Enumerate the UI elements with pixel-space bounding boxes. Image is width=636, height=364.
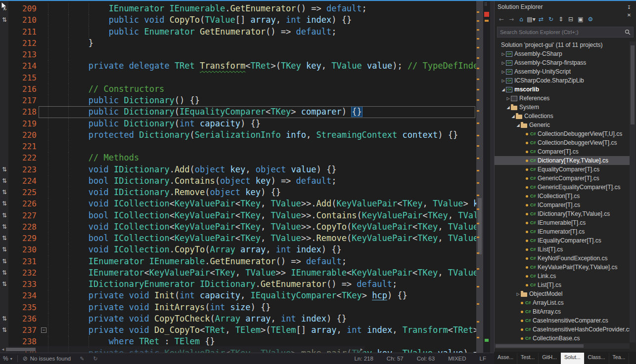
code-line[interactable]: 219public Dictionary(int capacity) {} [0, 118, 476, 129]
expand-arrow-icon[interactable]: ▷ [500, 61, 506, 65]
tool-window-tab[interactable]: Solut... [561, 353, 585, 364]
tree-item[interactable]: C#IEnumerable[T].cs [495, 218, 630, 227]
reference-updown-icon[interactable]: ⇅ [0, 187, 8, 198]
code-line[interactable]: 217public Dictionary() {} [0, 95, 476, 106]
home-icon[interactable]: ⌂ [516, 14, 526, 24]
code-line[interactable]: 215 [0, 72, 476, 83]
tree-item[interactable]: C#GenericEqualityComparer[T].cs [495, 183, 630, 192]
reference-updown-icon[interactable]: ⇅ [0, 267, 8, 279]
tree-item[interactable]: C#CollectionDebuggerView[T].cs [495, 138, 630, 147]
line-number[interactable]: 221 [9, 141, 37, 152]
line-number[interactable]: 231 [9, 256, 37, 267]
code-editor[interactable]: ⇅209IEnumerator IEnumerable.GetEnumerato… [0, 1, 476, 353]
line-number[interactable]: 220 [9, 129, 37, 141]
search-box[interactable]: Search Solution Explorer (Ctrl+;) [497, 27, 634, 38]
expand-arrow-icon[interactable]: ▷ [500, 70, 506, 74]
column-indicator[interactable]: Col: 63 [417, 356, 435, 362]
code-line[interactable]: 214private delegate TRet Transform<TRet>… [0, 60, 476, 72]
line-number[interactable]: 212 [9, 38, 37, 49]
reference-updown-icon[interactable]: ⇅ [0, 256, 8, 267]
editor-horizontal-scrollbar[interactable]: ◂ ▸ [0, 346, 364, 353]
tool-window-tab[interactable]: Asse... [494, 353, 517, 364]
tree-item[interactable]: C#Dictionary[TKey,TValue].cs [495, 156, 630, 165]
code-line[interactable]: 212} [0, 38, 476, 49]
line-number[interactable]: 213 [9, 49, 37, 60]
reference-updown-icon[interactable]: ⇅ [0, 279, 8, 290]
tree-item[interactable]: ◢Collections [495, 112, 630, 121]
pencil-icon[interactable]: ✎ [80, 356, 84, 362]
line-number[interactable]: 210 [9, 14, 37, 26]
tree-hscrollbar-thumb[interactable] [496, 344, 584, 348]
reference-updown-icon[interactable]: ⇅ [0, 164, 8, 175]
tree-item[interactable]: C#List[T].cs [495, 281, 630, 289]
reference-updown-icon[interactable]: ⇅ [0, 210, 8, 221]
issues-status-text[interactable]: No issues found [30, 356, 71, 362]
line-number[interactable]: 228 [9, 221, 37, 233]
line-number[interactable]: 217 [9, 95, 37, 106]
editor-vertical-scrollbar[interactable] [476, 1, 483, 353]
switch-views-icon[interactable]: ▤▾ [526, 14, 536, 24]
close-icon[interactable]: ✕ [625, 11, 633, 19]
collapse-all-icon[interactable]: ⊟ [566, 14, 576, 24]
code-line[interactable]: 238where TRet : TElem {} [0, 336, 476, 347]
solution-explorer-title-bar[interactable]: Solution Explorer ▾↧✕ [495, 0, 636, 13]
code-line[interactable]: 234private void Init(int capacity, IEqua… [0, 290, 476, 301]
scroll-right-arrow-icon[interactable]: ▸ [359, 346, 364, 353]
line-number[interactable]: 237 [9, 324, 37, 336]
sync-status-icon[interactable]: ↻ [93, 356, 97, 362]
tree-item[interactable]: Solution 'project-gui' (11 of 11 project… [495, 40, 630, 49]
code-line[interactable]: ⇅209IEnumerator IEnumerable.GetEnumerato… [0, 3, 476, 14]
error-indicator-icon[interactable] [484, 12, 489, 17]
pin-icon[interactable]: ↧ [625, 3, 633, 11]
code-line[interactable]: ⇅229bool ICollection<KeyValuePair<TKey, … [0, 233, 476, 244]
line-number[interactable]: 238 [9, 336, 37, 347]
tree-item[interactable]: C#IEqualityComparer[T].cs [495, 236, 630, 245]
collapse-arrow-icon[interactable]: ◢ [510, 114, 516, 119]
tool-window-tab[interactable]: Tea... [609, 353, 630, 364]
code-line[interactable]: 220protected Dictionary(SerializationInf… [0, 129, 476, 141]
line-number[interactable]: 215 [9, 72, 37, 83]
line-number[interactable]: 234 [9, 290, 37, 301]
line-number[interactable]: 226 [9, 198, 37, 209]
line-number[interactable]: 233 [9, 279, 37, 290]
tree-horizontal-scrollbar[interactable] [495, 343, 630, 349]
line-number[interactable]: 219 [9, 118, 37, 129]
line-indicator[interactable]: Ln: 218 [354, 356, 373, 362]
tree-item[interactable]: C#Link.cs [495, 272, 630, 281]
collapse-arrow-icon[interactable]: ◢ [505, 105, 511, 110]
reference-updown-icon[interactable]: ⇅ [0, 233, 8, 244]
line-number[interactable]: 236 [9, 313, 37, 324]
vertical-scrollbar-thumb[interactable] [478, 198, 482, 254]
tree-item[interactable]: C#ICollection[T].cs [495, 192, 630, 201]
expand-arrow-icon[interactable]: ▷ [515, 292, 521, 296]
scroll-left-arrow-icon[interactable]: ◂ [0, 346, 6, 353]
tree-vertical-scrollbar[interactable] [630, 41, 636, 342]
tree-item[interactable]: C#Comparer[T].cs [495, 147, 630, 156]
expand-arrow-icon[interactable]: ▷ [500, 79, 506, 83]
tree-item[interactable]: ▷C#ICSharpCode.SharpZipLib [495, 76, 630, 85]
solution-tree[interactable]: Solution 'project-gui' (11 of 11 project… [495, 40, 630, 343]
code-lines[interactable]: ⇅209IEnumerator IEnumerable.GetEnumerato… [0, 3, 476, 353]
tree-item[interactable]: C#EqualityComparer[T].cs [495, 165, 630, 174]
chevron-down-icon[interactable]: ▾ [10, 357, 12, 361]
code-line[interactable]: ⇅231IEnumerator IEnumerable.GetEnumerato… [0, 256, 476, 267]
tree-item[interactable]: C#BitArray.cs [495, 307, 630, 316]
line-number[interactable]: 211 [9, 26, 37, 38]
code-line[interactable]: 222// Methods [0, 152, 476, 163]
expand-arrow-icon[interactable]: ▷ [500, 52, 506, 56]
splitter-grip-icon[interactable]: ⠿ [484, 2, 488, 7]
char-indicator[interactable]: Ch: 57 [387, 356, 404, 362]
forward-icon[interactable]: → [506, 14, 516, 24]
encoding-indicator[interactable]: MIXED [448, 356, 466, 362]
tree-item[interactable]: C#KeyNotFoundException.cs [495, 254, 630, 263]
tree-item[interactable]: C#GenericComparer[T].cs [495, 174, 630, 183]
tree-vscrollbar-thumb[interactable] [631, 45, 635, 124]
line-number[interactable]: 223 [9, 164, 37, 175]
code-line[interactable]: ⇅226void ICollection<KeyValuePair<TKey, … [0, 198, 476, 209]
tree-item[interactable]: C#CollectionDebuggerView[T,U].cs [495, 129, 630, 138]
line-number[interactable]: 218 [9, 106, 37, 118]
tree-item[interactable]: C#IList[T].cs [495, 245, 630, 254]
tree-item[interactable]: ▷ObjectModel [495, 289, 630, 298]
code-line[interactable]: ⇅233IDictionaryEnumerator IDictionary.Ge… [0, 279, 476, 290]
code-line[interactable]: ⇅227bool ICollection<KeyValuePair<TKey, … [0, 210, 476, 221]
